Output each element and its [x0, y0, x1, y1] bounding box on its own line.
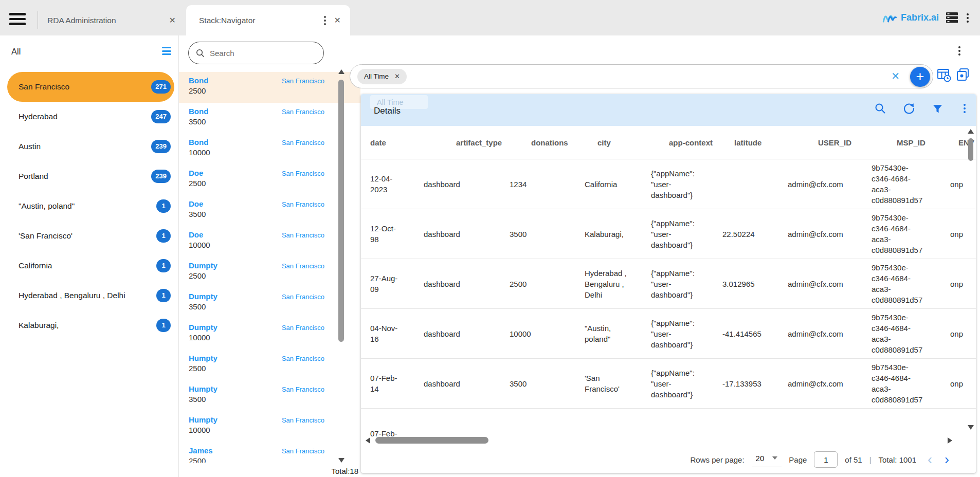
tab-stack-navigator[interactable]: Stack:Navigator ✕ [186, 5, 350, 35]
table-row[interactable]: 12-04-2023 dashboard 1234 California {"a… [361, 159, 976, 209]
city-sidebar: All San Francisco 271 Hyderabad 247 [0, 35, 178, 477]
main-kebab-menu-icon[interactable] [958, 50, 960, 52]
cell-user-id: admin@cfx.com [788, 179, 872, 190]
report-schedule-icon[interactable] [937, 68, 951, 84]
navigator-list-item[interactable]: Dumpty 3500 San Francisco [179, 288, 360, 319]
navigator-list-item[interactable]: Bond 10000 San Francisco [179, 134, 360, 164]
chip-close-icon[interactable]: ✕ [394, 73, 400, 80]
column-header[interactable]: USER_ID [818, 137, 897, 148]
search-icon[interactable] [875, 103, 886, 114]
item-city-link[interactable]: San Francisco [282, 386, 324, 393]
sidebar-city-item[interactable]: Austin 239 [7, 132, 174, 161]
refresh-icon[interactable] [903, 103, 915, 114]
server-stack-icon[interactable] [946, 12, 958, 23]
fabrix-logo-icon [882, 12, 898, 24]
column-header[interactable]: app-context [669, 137, 734, 148]
table-vertical-scrollbar[interactable] [968, 128, 974, 442]
table-row[interactable]: 04-Nov-16 dashboard 10000 "Austin, polan… [361, 309, 976, 359]
filter-funnel-icon[interactable] [932, 103, 943, 114]
close-icon[interactable]: ✕ [169, 16, 176, 25]
tab-label: Stack:Navigator [199, 16, 324, 25]
item-value: 10000 [189, 426, 324, 434]
scrollbar-thumb[interactable] [968, 138, 973, 161]
close-icon[interactable]: ✕ [334, 16, 341, 25]
sidebar-city-item[interactable]: 'San Francisco' 1 [7, 221, 174, 251]
city-label: 'San Francisco' [19, 231, 156, 241]
sidebar-city-item[interactable]: Portland 239 [7, 161, 174, 191]
search-input[interactable] [209, 48, 316, 58]
sidebar-city-item[interactable]: San Francisco 271 [7, 72, 174, 102]
filter-chip-all-time[interactable]: All Time ✕ [357, 69, 407, 84]
search-box[interactable] [188, 42, 324, 64]
scroll-right-arrow-icon[interactable] [948, 437, 952, 444]
column-header[interactable]: artifact_type [456, 137, 531, 148]
rows-per-page-select[interactable]: 20 [752, 452, 782, 467]
navigator-list-item[interactable]: Doe 2500 San Francisco [179, 164, 360, 195]
navigator-list-item[interactable]: Humpty 10000 San Francisco [179, 411, 360, 442]
column-header[interactable]: MSP_ID [897, 137, 958, 148]
item-city-link[interactable]: San Francisco [282, 262, 324, 270]
table-row[interactable]: 12-Oct-98 dashboard 3500 Kalaburagi, {"a… [361, 209, 976, 259]
hamburger-menu-icon[interactable] [9, 13, 26, 28]
cell-donations: 3500 [510, 229, 585, 240]
filter-bar[interactable]: All Time ✕ ✕ + [350, 64, 933, 88]
table-row[interactable]: 27-Aug-09 dashboard 2500 Hyderabad , Ben… [361, 259, 976, 309]
item-city-link[interactable]: San Francisco [282, 200, 324, 208]
add-filter-button[interactable]: + [910, 67, 930, 87]
table-row[interactable]: 07-Feb- [361, 409, 976, 437]
tab-kebab-menu-icon[interactable] [324, 20, 326, 22]
item-city-link[interactable]: San Francisco [282, 77, 324, 85]
scroll-up-arrow-icon[interactable] [968, 129, 974, 134]
sidebar-city-item[interactable]: Kalaburagi, 1 [7, 310, 174, 340]
sidebar-city-item[interactable]: Hyderabad , Bengaluru , Delhi 1 [7, 281, 174, 310]
item-city-link[interactable]: San Francisco [282, 139, 324, 146]
navigator-list-item[interactable]: Bond 3500 San Francisco [179, 103, 360, 134]
column-header[interactable]: date [370, 137, 456, 148]
scroll-down-arrow-icon[interactable] [968, 425, 974, 430]
item-value: 10000 [189, 333, 324, 342]
scroll-left-arrow-icon[interactable] [366, 437, 370, 444]
item-city-link[interactable]: San Francisco [282, 324, 324, 332]
copy-save-icon[interactable] [956, 68, 970, 84]
item-city-link[interactable]: San Francisco [282, 170, 324, 177]
tab-rda-administration[interactable]: RDA Administration ✕ [38, 5, 186, 35]
navigator-list-item[interactable]: Humpty 2500 San Francisco [179, 350, 360, 380]
navigator-list-item[interactable]: Bond 2500 San Francisco [179, 72, 360, 103]
sidebar-city-item[interactable]: "Austin, poland" 1 [7, 191, 174, 221]
navigator-list-item[interactable]: Doe 3500 San Francisco [179, 195, 360, 226]
table-horizontal-scrollbar[interactable] [361, 436, 976, 445]
topbar-kebab-menu-icon[interactable] [967, 17, 969, 19]
sidebar-city-item[interactable]: California 1 [7, 251, 174, 281]
navigator-list-item[interactable]: Humpty 3500 San Francisco [179, 380, 360, 411]
item-city-link[interactable]: San Francisco [282, 293, 324, 301]
next-page-icon[interactable]: › [945, 454, 949, 465]
count-badge: 1 [156, 229, 171, 243]
scroll-down-arrow-icon[interactable] [338, 458, 344, 463]
details-kebab-menu-icon[interactable] [964, 107, 966, 109]
navigator-list-item[interactable]: James 2500 San Francisco [179, 442, 360, 463]
table-row[interactable]: 07-Feb-14 dashboard 3500 'San Francisco'… [361, 359, 976, 409]
item-city-link[interactable]: San Francisco [282, 231, 324, 239]
column-header[interactable]: latitude [734, 137, 818, 148]
navigator-list-item[interactable]: Dumpty 2500 San Francisco [179, 257, 360, 288]
scroll-up-arrow-icon[interactable] [338, 69, 344, 74]
navigator-list-item[interactable]: Doe 10000 San Francisco [179, 226, 360, 257]
previous-page-icon[interactable]: ‹ [928, 454, 932, 465]
column-header[interactable]: city [597, 137, 669, 148]
scrollbar-thumb[interactable] [338, 80, 344, 342]
navigator-total: Total:18 [331, 467, 358, 475]
navigator-scrollbar[interactable] [338, 66, 345, 463]
navigator-list-item[interactable]: Dumpty 10000 San Francisco [179, 319, 360, 350]
item-city-link[interactable]: San Francisco [282, 447, 324, 455]
item-city-link[interactable]: San Francisco [282, 355, 324, 362]
item-city-link[interactable]: San Francisco [282, 108, 324, 116]
column-header[interactable]: donations [531, 137, 597, 148]
page-number-input[interactable] [814, 451, 838, 468]
list-filter-icon[interactable] [162, 47, 171, 57]
sidebar-title: All [11, 47, 21, 57]
sidebar-city-item[interactable]: Hyderabad 247 [7, 102, 174, 132]
count-badge: 1 [156, 199, 171, 213]
scrollbar-thumb[interactable] [375, 437, 488, 444]
clear-filters-icon[interactable]: ✕ [891, 71, 900, 81]
item-city-link[interactable]: San Francisco [282, 416, 324, 424]
